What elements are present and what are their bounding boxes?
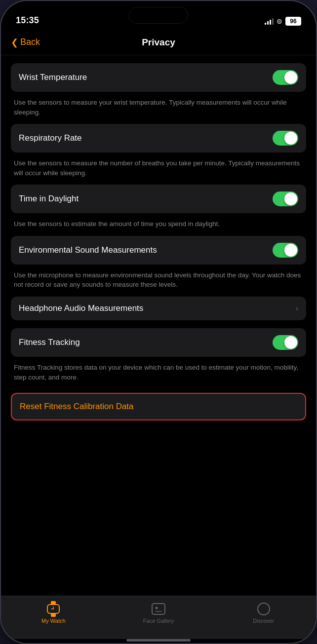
content-area: Wrist Temperature Use the sensors to mea… [1, 55, 316, 596]
svg-rect-2 [51, 613, 56, 617]
home-indicator [1, 639, 316, 643]
fitness-tracking-description: Fitness Tracking stores data on your dev… [11, 359, 306, 389]
setting-env-sound[interactable]: Environmental Sound Measurements [11, 236, 306, 265]
status-time: 15:35 [16, 15, 39, 26]
toggle-knob [284, 192, 297, 205]
svg-marker-9 [261, 606, 267, 612]
env-sound-description: Use the microphone to measure environmen… [11, 266, 306, 297]
fitness-tracking-toggle[interactable] [273, 335, 298, 350]
toggle-knob [284, 71, 297, 84]
toggle-knob [284, 132, 297, 145]
svg-point-6 [156, 607, 158, 609]
setting-fitness-tracking[interactable]: Fitness Tracking [11, 328, 306, 357]
time-in-daylight-toggle[interactable] [273, 191, 298, 206]
back-button[interactable]: ❮ Back [11, 37, 40, 48]
time-in-daylight-label: Time in Daylight [19, 194, 79, 204]
time-in-daylight-description: Use the sensors to estimate the amount o… [11, 215, 306, 236]
setting-wrist-temp[interactable]: Wrist Temperature [11, 63, 306, 92]
face-gallery-svg-icon [152, 602, 165, 616]
phone-frame: 15:35 ⊜ 96 ❮ Back Privacy [0, 0, 317, 644]
headphone-audio-label: Headphone Audio Measurements [19, 303, 143, 313]
screen: 15:35 ⊜ 96 ❮ Back Privacy [1, 1, 316, 643]
back-label: Back [20, 37, 40, 47]
fitness-tracking-label: Fitness Tracking [19, 338, 80, 347]
home-bar [126, 639, 191, 642]
wrist-temp-label: Wrist Temperature [19, 73, 87, 82]
env-sound-label: Environmental Sound Measurements [19, 245, 157, 255]
face-gallery-icon [152, 602, 165, 616]
respiratory-rate-toggle[interactable] [273, 131, 298, 146]
toggle-knob [284, 336, 297, 349]
my-watch-tab-label: My Watch [41, 618, 66, 624]
tab-my-watch[interactable]: My Watch [1, 602, 106, 624]
status-icons: ⊜ 96 [265, 17, 301, 26]
svg-rect-5 [152, 604, 165, 614]
setting-headphone-audio[interactable]: Headphone Audio Measurements › [11, 297, 306, 320]
page-title: Privacy [142, 37, 175, 48]
wrist-temp-toggle[interactable] [273, 70, 298, 85]
section-gap [11, 322, 306, 328]
respiratory-rate-label: Respiratory Rate [19, 133, 82, 143]
env-sound-toggle[interactable] [273, 243, 298, 258]
signal-icon [265, 18, 274, 25]
face-gallery-tab-label: Face Gallery [143, 618, 174, 624]
watch-svg-icon [47, 601, 60, 617]
wrist-temp-description: Use the sensors to measure your wrist te… [11, 94, 306, 124]
dynamic-island [129, 7, 188, 24]
discover-svg-icon [257, 602, 271, 616]
nav-bar: ❮ Back Privacy [1, 30, 316, 55]
reset-fitness-button[interactable]: Reset Fitness Calibration Data [11, 393, 306, 420]
reset-fitness-label: Reset Fitness Calibration Data [20, 402, 134, 411]
bottom-padding [11, 420, 306, 430]
chevron-right-icon: › [296, 304, 298, 313]
svg-rect-1 [51, 601, 56, 605]
discover-tab-label: Discover [253, 618, 274, 624]
svg-point-8 [258, 603, 270, 615]
setting-time-in-daylight[interactable]: Time in Daylight [11, 185, 306, 213]
discover-icon [257, 602, 271, 616]
toggle-knob [284, 244, 297, 257]
my-watch-icon [46, 602, 60, 616]
tab-discover[interactable]: Discover [211, 602, 316, 624]
respiratory-rate-description: Use the sensors to measure the number of… [11, 154, 306, 185]
tab-bar: My Watch Face Gallery [1, 596, 316, 639]
back-chevron-icon: ❮ [11, 37, 18, 48]
wifi-icon: ⊜ [277, 17, 282, 25]
setting-respiratory-rate[interactable]: Respiratory Rate [11, 124, 306, 152]
tab-face-gallery[interactable]: Face Gallery [106, 602, 211, 624]
battery-indicator: 96 [285, 17, 301, 26]
